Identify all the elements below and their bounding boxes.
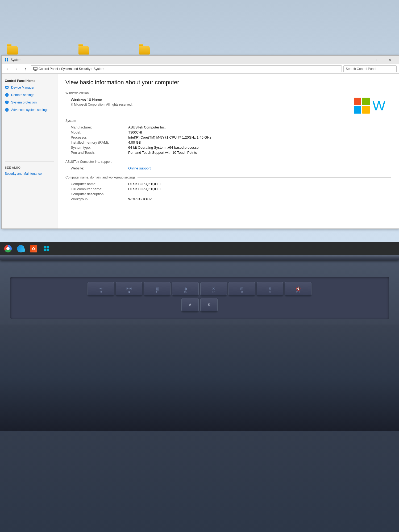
keyboard-keys-area: ☀ f3 ☀☀ f4 ▦ f5 ◑ f6 ✕ f7 ⊞ f8 (10, 277, 389, 319)
online-support-link[interactable]: Online support (128, 166, 391, 170)
breadcrumb-link-system[interactable]: System (94, 67, 104, 71)
folder-icon (139, 46, 150, 55)
device-manager-icon (5, 85, 9, 90)
fn-key-row: ☀ f3 ☀☀ f4 ▦ f5 ◑ f6 ✕ f7 ⊞ f8 (14, 282, 385, 296)
edge-icon (16, 244, 25, 253)
system-protection-icon (5, 100, 9, 105)
computer-name-section-header: Computer name, domain, and workgroup set… (65, 176, 391, 179)
advanced-settings-icon (5, 108, 9, 112)
back-button[interactable]: ‹ (4, 65, 11, 73)
store-icon (43, 245, 50, 252)
model-value: T300CHI (128, 130, 391, 134)
taskbar-office[interactable]: O (28, 243, 39, 255)
taskbar-chrome[interactable] (2, 243, 14, 255)
ram-label: Installed memory (RAM): (71, 140, 124, 144)
svg-rect-2 (5, 60, 6, 61)
full-computer-name-value: DESKTOP-Q61QEEL (128, 187, 391, 191)
key-f5-label: f5 (156, 291, 158, 294)
windows-logo-area: W (354, 98, 385, 114)
forward-button[interactable]: › (13, 65, 20, 73)
see-also-label: See also (2, 164, 57, 170)
page-title: View basic information about your comput… (65, 79, 391, 86)
key-f4-icon: ☀☀ (126, 286, 132, 291)
edition-name: Windows 10 Home (71, 98, 354, 102)
breadcrumb: Control Panel › System and Security › Sy… (31, 65, 342, 72)
sidebar-item-advanced-settings[interactable]: Advanced system settings (2, 106, 57, 114)
windows-logo (354, 98, 370, 114)
key-hash[interactable]: # (181, 298, 199, 312)
workgroup-value: WORKGROUP (128, 197, 391, 201)
keyboard-hinge (0, 255, 399, 260)
sidebar-label-security-maintenance: Security and Maintenance (5, 172, 42, 176)
sidebar-item-device-manager[interactable]: Device Manager (2, 84, 57, 91)
edition-row: Windows 10 Home © Microsoft Corporation.… (65, 98, 391, 114)
desktop: 3D Objects Desktop Documents System ─ □ … (0, 0, 399, 255)
key-s[interactable]: S (200, 298, 218, 312)
close-button[interactable]: ✕ (384, 56, 396, 64)
svg-rect-4 (34, 67, 37, 70)
system-info-grid: Manufacturer: ASUSTek Computer Inc. Mode… (65, 125, 391, 155)
taskbar-store[interactable] (40, 243, 52, 255)
window-controls: ─ □ ✕ (358, 56, 396, 64)
full-computer-name-label: Full computer name: (71, 187, 124, 191)
key-f8-label: f8 (241, 291, 243, 294)
svg-rect-8 (47, 246, 49, 248)
key-f3-label: f3 (100, 291, 102, 294)
windows-wordmark: W (372, 98, 385, 114)
website-label: Website: (71, 166, 124, 170)
window-icon (4, 58, 9, 62)
breadcrumb-link-control-panel[interactable]: Control Panel (39, 67, 58, 71)
taskbar-edge[interactable] (15, 243, 27, 255)
sidebar-label-device-manager: Device Manager (11, 86, 34, 89)
sidebar-item-remote-settings[interactable]: Remote settings (2, 91, 57, 99)
maximize-button[interactable]: □ (371, 56, 383, 64)
key-f10[interactable]: 🔇 f10 (285, 282, 311, 296)
key-f7[interactable]: ✕ f7 (200, 282, 227, 296)
breadcrumb-system-security: System and Security › (61, 67, 94, 71)
logo-tile-green (362, 98, 370, 105)
computer-name-label: Computer name: (71, 182, 124, 186)
processor-label: Processor: (71, 135, 124, 139)
sidebar-item-system-protection[interactable]: System protection (2, 99, 57, 106)
minimize-button[interactable]: ─ (358, 56, 371, 64)
system-window: System ─ □ ✕ ‹ › ↑ Control Panel › (1, 55, 399, 229)
svg-rect-5 (35, 70, 36, 70)
system-type-label: System type: (71, 146, 124, 149)
svg-rect-3 (7, 60, 8, 61)
key-f3[interactable]: ☀ f3 (88, 282, 114, 296)
edition-info: Windows 10 Home © Microsoft Corporation.… (65, 98, 354, 106)
key-f10-icon: 🔇 (296, 286, 301, 291)
sidebar-item-security-maintenance[interactable]: Security and Maintenance (2, 170, 57, 177)
keyboard-area: ☀ f3 ☀☀ f4 ▦ f5 ◑ f6 ✕ f7 ⊞ f8 (0, 255, 399, 532)
windows-edition-section: Windows edition Windows 10 Home © Micros… (65, 91, 391, 114)
address-bar: ‹ › ↑ Control Panel › System and Securit… (2, 64, 399, 74)
system-section-header: System (65, 119, 391, 123)
computer-name-info-grid: Computer name: DESKTOP-Q61QEEL Full comp… (65, 182, 391, 201)
key-f9-label: f9 (269, 291, 271, 294)
key-s-label: S (208, 303, 210, 306)
support-info-grid: Website: Online support (65, 166, 391, 170)
main-content: View basic information about your comput… (57, 74, 399, 228)
edition-copyright: © Microsoft Corporation. All rights rese… (71, 103, 354, 106)
processor-value: Intel(R) Core(TM) M-5Y71 CPU @ 1.20GHz 1… (128, 135, 391, 139)
system-section: System Manufacturer: ASUSTek Computer In… (65, 119, 391, 155)
key-f5[interactable]: ▦ f5 (144, 282, 171, 296)
search-input[interactable] (343, 65, 397, 72)
key-f8[interactable]: ⊞ f8 (228, 282, 255, 296)
logo-tile-yellow (362, 106, 370, 114)
breadcrumb-control-panel: Control Panel › (39, 67, 61, 71)
key-f4[interactable]: ☀☀ f4 (116, 282, 142, 296)
support-section: ASUSTek Computer Inc. support Website: O… (65, 160, 391, 170)
breadcrumb-link-system-security[interactable]: System and Security (61, 67, 90, 71)
laptop-base (0, 325, 399, 431)
taskbar: O (0, 242, 399, 255)
window-title: System (11, 58, 21, 62)
up-button[interactable]: ↑ (22, 65, 29, 73)
key-f6[interactable]: ◑ f6 (172, 282, 199, 296)
key-f6-label: f6 (184, 291, 186, 294)
folder-icon (7, 46, 18, 55)
svg-rect-9 (44, 249, 46, 251)
sidebar-label-advanced-settings: Advanced system settings (11, 108, 48, 112)
system-type-value: 64-bit Operating System, x64-based proce… (128, 146, 391, 149)
key-f9[interactable]: ⊠ f9 (257, 282, 283, 296)
